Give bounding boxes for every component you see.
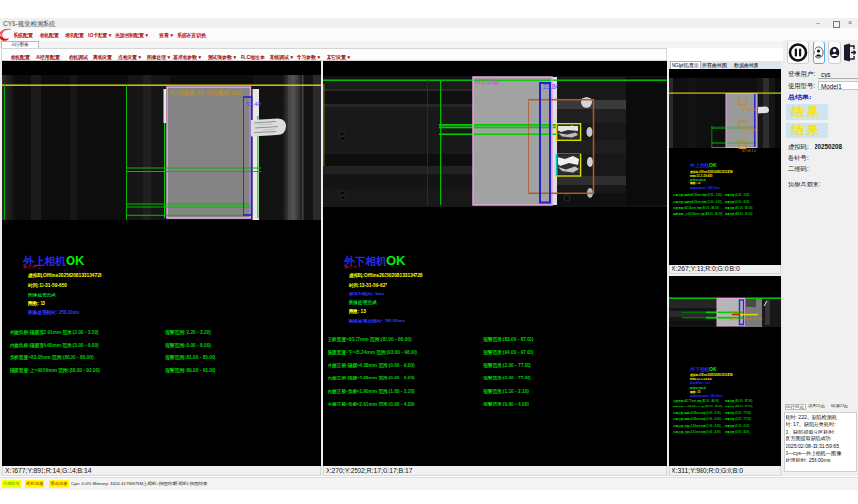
svg-text:23.86: 23.86 (543, 83, 559, 90)
svg-text:缺陷宽0.46极耳宽23.86: 缺陷宽0.46极耳宽23.86 (730, 317, 763, 321)
svg-text:N7:48:1.0: N7:48:1.0 (742, 128, 756, 132)
svg-text:N7:48:1.0: N7:48:1.0 (742, 108, 756, 112)
svg-text:53.48: 53.48 (246, 101, 262, 107)
svg-text:N7相阈值:93, 动态阈值:100: N7相阈值:93, 动态阈值:100 (170, 89, 242, 97)
svg-text:AI识别极: AI识别极 (475, 79, 499, 86)
svg-text:缺陷区域1: 缺陷区域1 (730, 310, 745, 314)
svg-text:N7:48:1.0: N7:48:1.0 (742, 149, 756, 153)
